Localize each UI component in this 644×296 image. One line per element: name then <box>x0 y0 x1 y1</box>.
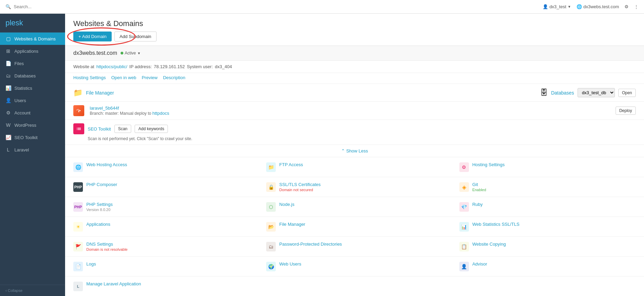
wordpress-icon: W <box>5 122 11 128</box>
user-chevron: ▼ <box>568 5 571 9</box>
laravel-icon: L <box>5 147 11 152</box>
tool-hosting-settings[interactable]: ⚙ Hosting Settings <box>451 157 644 177</box>
tool-nodejs[interactable]: ⬡ Node.js <box>258 197 451 217</box>
git-path-link[interactable]: httpdocs <box>152 111 169 116</box>
seo-toolkit-icon <box>73 123 84 134</box>
tool-dns-settings[interactable]: 🚩 DNS Settings Domain is not resolvable <box>65 237 258 257</box>
sidebar-item-laravel[interactable]: L Laravel <box>0 144 65 156</box>
topbar: 🔍 👤 dx3_test ▼ 🌐 dx3webs.test.com ⚙ ⋮ <box>0 0 644 14</box>
php-composer-icon: PHP <box>73 182 83 192</box>
tool-website-copying[interactable]: 📋 Website Copying <box>451 237 644 257</box>
sidebar-item-users[interactable]: 👤 Users <box>0 94 65 107</box>
tool-ruby[interactable]: 💎 Ruby <box>451 197 644 217</box>
tool-web-statistics[interactable]: 📊 Web Statistics SSL/TLS <box>451 217 644 237</box>
username[interactable]: dx3_test <box>549 4 566 9</box>
tool-web-hosting-access[interactable]: 🌐 Web Hosting Access <box>65 157 258 177</box>
git-branch-text: Branch: master: Manual deploy to <box>90 111 151 116</box>
chevron-up-icon: ⌃ <box>341 148 345 153</box>
deploy-button[interactable]: Deploy <box>616 107 636 115</box>
files-icon: 📄 <box>5 61 11 66</box>
show-less-link[interactable]: ⌃ Show Less <box>341 148 368 153</box>
sidebar-label: Laravel <box>14 147 29 152</box>
tool-php-settings[interactable]: PHP PHP Settings Version 8.0.20 <box>65 197 258 217</box>
sidebar-item-websites-domains[interactable]: ▢ Websites & Domains <box>0 33 65 45</box>
scan-button[interactable]: Scan <box>114 125 131 133</box>
seo-toolkit-link[interactable]: SEO Toolkit <box>88 126 111 132</box>
sidebar-item-wordpress[interactable]: W WordPress <box>0 119 65 131</box>
sidebar-label: WordPress <box>14 123 36 128</box>
web-hosting-icon: 🌐 <box>73 162 83 172</box>
tool-web-users[interactable]: 🌍 Web Users <box>258 257 451 276</box>
preview-link[interactable]: Preview <box>142 75 158 80</box>
applications-icon: ⊞ <box>5 48 11 54</box>
databases-link[interactable]: Databases <box>551 90 574 96</box>
file-manager-link[interactable]: File Manager <box>86 90 114 96</box>
add-domain-button[interactable]: + Add Domain <box>73 32 112 41</box>
show-less-row: ⌃ Show Less <box>65 145 644 157</box>
git-tool-icon: ◈ <box>459 182 469 192</box>
tool-applications[interactable]: ☀ Applications <box>65 217 258 237</box>
sidebar-logo: plesk <box>0 14 65 33</box>
grid-icon[interactable]: ⋮ <box>634 4 639 9</box>
account-icon: ⚙ <box>5 110 11 115</box>
sidebar-label: Websites & Domains <box>14 36 55 41</box>
ip-address: 78.129.161.152 <box>154 64 185 69</box>
website-copying-icon: 📋 <box>459 242 469 251</box>
settings-icon[interactable]: ⚙ <box>624 4 629 9</box>
add-keywords-button[interactable]: Add keywords <box>135 125 168 133</box>
system-user: dx3_404 <box>215 64 232 69</box>
nodejs-icon: ⬡ <box>266 202 276 212</box>
tool-git[interactable]: ◈ Git Enabled <box>451 177 644 197</box>
tool-logs[interactable]: 📄 Logs <box>65 257 258 276</box>
file-manager-card[interactable]: 📁 File Manager <box>73 88 114 97</box>
sidebar-item-statistics[interactable]: 📊 Statistics <box>0 82 65 94</box>
advisor-icon: 👤 <box>459 262 469 271</box>
sidebar-item-account[interactable]: ⚙ Account <box>0 107 65 119</box>
statistics-icon: 📊 <box>5 85 11 91</box>
tool-manage-laravel[interactable]: L Manage Laravel Application <box>65 276 258 296</box>
search-area[interactable]: 🔍 <box>5 4 538 9</box>
ftp-icon: 📁 <box>266 162 276 172</box>
hosting-settings-link[interactable]: Hosting Settings <box>73 75 106 80</box>
git-row: laravel_5b644f Branch: master: Manual de… <box>65 102 644 120</box>
git-repo-link[interactable]: laravel_5b644f <box>90 106 119 111</box>
tool-password-dirs[interactable]: 🗂 Password-Protected Directories <box>258 237 451 257</box>
domain-links: Hosting Settings Open in web Preview Des… <box>65 73 644 84</box>
open-in-web-link[interactable]: Open in web <box>111 75 136 80</box>
search-input[interactable] <box>14 4 82 9</box>
hosting-settings-icon: ⚙ <box>459 162 469 172</box>
search-icon: 🔍 <box>5 4 11 9</box>
applications-tool-icon: ☀ <box>73 222 83 232</box>
domain-name: dx3webs.test.com <box>73 50 117 56</box>
description-link[interactable]: Description <box>163 75 185 80</box>
main-content: Websites & Domains + Add Domain Add Subd… <box>65 14 644 296</box>
sidebar-label: Applications <box>14 49 38 54</box>
laravel-manage-icon: L <box>73 282 83 291</box>
user-link[interactable]: 👤 dx3_test ▼ <box>543 4 571 9</box>
add-subdomain-button[interactable]: Add Subdomain <box>114 32 157 41</box>
file-manager-tool-icon: 📂 <box>266 222 276 232</box>
folder-icon: 📁 <box>73 88 83 97</box>
sidebar-item-applications[interactable]: ⊞ Applications <box>0 45 65 57</box>
website-path-link[interactable]: httpdocs/public/ <box>96 64 127 69</box>
logs-icon: 📄 <box>73 262 83 271</box>
tool-php-composer[interactable]: PHP PHP Composer <box>65 177 258 197</box>
sidebar-item-databases[interactable]: 🗂 Databases <box>0 70 65 82</box>
sidebar-item-files[interactable]: 📄 Files <box>0 57 65 70</box>
domain-topbar-link[interactable]: 🌐 dx3webs.test.com <box>577 4 619 9</box>
db-selector[interactable]: dx3_test_db <box>578 88 615 97</box>
sidebar-nav: ▢ Websites & Domains ⊞ Applications 📄 Fi… <box>0 33 65 285</box>
web-users-icon: 🌍 <box>266 262 276 271</box>
main-header: Websites & Domains + Add Domain Add Subd… <box>65 14 644 46</box>
tool-ssl-tls[interactable]: 🔒 SSL/TLS Certificates Domain not secure… <box>258 177 451 197</box>
sidebar-item-seo-toolkit[interactable]: 📈 SEO Toolkit <box>0 131 65 144</box>
sidebar-label: SEO Toolkit <box>14 135 38 140</box>
open-db-button[interactable]: Open <box>618 89 636 97</box>
sidebar-collapse[interactable]: ‹ Collapse <box>0 285 65 296</box>
tool-ftp-access[interactable]: 📁 FTP Access <box>258 157 451 177</box>
topbar-right: 👤 dx3_test ▼ 🌐 dx3webs.test.com ⚙ ⋮ <box>543 4 639 9</box>
domain-status-badge[interactable]: Active ▼ <box>121 51 141 56</box>
tool-file-manager[interactable]: 📂 File Manager <box>258 217 451 237</box>
tool-advisor[interactable]: 👤 Advisor <box>451 257 644 276</box>
sidebar-label: Statistics <box>14 86 32 91</box>
